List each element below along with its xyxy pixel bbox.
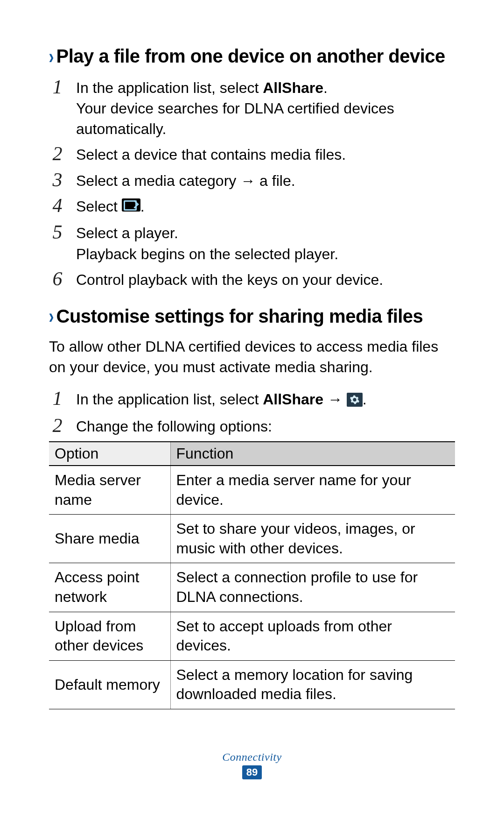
step-body: Select . — [76, 195, 455, 218]
cell-function: Select a connection profile to use for D… — [170, 563, 455, 612]
step-body: In the application list, select AllShare… — [76, 76, 455, 139]
screen-share-icon — [122, 196, 140, 217]
table-header-row: Option Function — [49, 442, 455, 466]
step-number: 6 — [49, 268, 66, 290]
cell-option: Access point network — [49, 563, 170, 612]
step-number: 2 — [49, 415, 66, 436]
table-row: Default memory Select a memory location … — [49, 660, 455, 709]
step-number: 3 — [49, 169, 66, 191]
step-item: 6 Control playback with the keys on your… — [49, 268, 455, 290]
step-number: 2 — [49, 143, 66, 164]
cell-function: Select a memory location for saving down… — [170, 660, 455, 709]
step-body: Change the following options: — [76, 415, 455, 437]
table-row: Media server name Enter a media server n… — [49, 466, 455, 515]
step-item: 3 Select a media category → a file. — [49, 169, 455, 191]
step-item: 2 Change the following options: — [49, 415, 455, 437]
step-item: 1 In the application list, select AllSha… — [49, 388, 455, 411]
options-table: Option Function Media server name Enter … — [49, 441, 455, 709]
header-function: Function — [170, 442, 455, 466]
page-number-badge: 89 — [242, 765, 262, 779]
footer-section-label: Connectivity — [0, 751, 504, 763]
step-number: 1 — [49, 76, 66, 98]
cell-option: Default memory — [49, 660, 170, 709]
step-item: 1 In the application list, select AllSha… — [49, 76, 455, 139]
chevron-icon: › — [49, 304, 54, 328]
step-body: Select a media category → a file. — [76, 169, 455, 191]
section-heading-play-file: › Play a file from one device on another… — [49, 46, 455, 67]
section-heading-customise: › Customise settings for sharing media f… — [49, 306, 455, 327]
cell-function: Set to accept uploads from other devices… — [170, 612, 455, 660]
step-number: 1 — [49, 388, 66, 409]
heading-text: Customise settings for sharing media fil… — [56, 306, 423, 327]
cell-option: Upload from other devices — [49, 612, 170, 660]
cell-option: Share media — [49, 515, 170, 563]
gear-icon — [347, 389, 363, 410]
heading-text: Play a file from one device on another d… — [56, 46, 445, 67]
step-body: Select a player. Playback begins on the … — [76, 221, 455, 264]
step-item: 4 Select . — [49, 195, 455, 218]
step-body: Control playback with the keys on your d… — [76, 268, 455, 290]
manual-page: › Play a file from one device on another… — [0, 0, 504, 827]
page-footer: Connectivity 89 — [0, 751, 504, 779]
section-intro: To allow other DLNA certified devices to… — [49, 336, 455, 377]
header-option: Option — [49, 442, 170, 466]
step-item: 5 Select a player. Playback begins on th… — [49, 221, 455, 264]
cell-function: Set to share your videos, images, or mus… — [170, 515, 455, 563]
step-number: 4 — [49, 195, 66, 216]
table-row: Upload from other devices Set to accept … — [49, 612, 455, 660]
chevron-icon: › — [49, 44, 54, 68]
step-item: 2 Select a device that contains media fi… — [49, 143, 455, 165]
step-body: In the application list, select AllShare… — [76, 388, 455, 411]
step-body: Select a device that contains media file… — [76, 143, 455, 165]
cell-option: Media server name — [49, 466, 170, 515]
table-row: Share media Set to share your videos, im… — [49, 515, 455, 563]
steps-list-2: 1 In the application list, select AllSha… — [49, 388, 455, 437]
steps-list-1: 1 In the application list, select AllSha… — [49, 76, 455, 290]
step-number: 5 — [49, 221, 66, 243]
table-row: Access point network Select a connection… — [49, 563, 455, 612]
cell-function: Enter a media server name for your devic… — [170, 466, 455, 515]
